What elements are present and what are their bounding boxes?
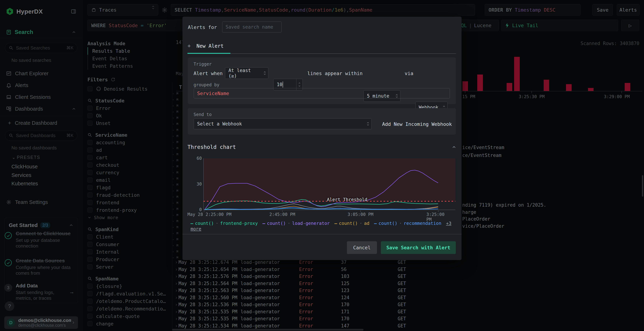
send-to-section: Send to Select a Webhook Add New Incomin… (188, 108, 456, 135)
footer-divider (182, 234, 462, 234)
alert-when-label: Alert when (194, 71, 223, 76)
threshold-chart-title: Threshold chart (188, 144, 236, 150)
modal-title: Alerts for (188, 24, 217, 30)
saved-search-name-placeholder: Saved search name (226, 24, 273, 30)
y-tick-0: 0 (193, 207, 202, 212)
text-cursor (283, 81, 283, 88)
alert-threshold-label: Alert Threshold (327, 197, 367, 202)
grouped-by-label: grouped by (194, 82, 220, 87)
send-to-label: Send to (194, 112, 212, 117)
add-new-webhook-link[interactable]: Add New Incoming Webhook (382, 121, 452, 127)
chevron-down-icon[interactable] (298, 85, 300, 87)
chart-series-line (204, 170, 438, 210)
tab-new-alert[interactable]: + New Alert (188, 43, 224, 49)
chart-legend: —count()·frontend-proxy—count()·load-gen… (190, 220, 455, 231)
legend-item[interactable]: —count()·frontend-proxy (190, 221, 258, 226)
webhook-select[interactable]: Select a Webhook (194, 118, 372, 129)
chevron-up-icon (452, 145, 456, 150)
chevron-up-icon[interactable] (298, 82, 300, 84)
updown-chevron-icon (367, 122, 369, 126)
grouped-by-input[interactable]: ServiceName (194, 88, 450, 98)
x-axis-label: 3:25:00 PM (426, 212, 450, 222)
updown-chevron-icon (264, 71, 266, 75)
lines-within-label: lines appear within (307, 71, 362, 76)
collapse-chart-button[interactable] (452, 145, 456, 151)
threshold-chart-plot: Alert Threshold (204, 158, 455, 210)
x-axis-label: May 28 2:25:00 PM (188, 212, 232, 217)
x-axis-label: 3:05:00 PM (348, 212, 374, 217)
alert-modal: Alerts for Saved search name + New Alert… (182, 17, 462, 260)
via-label: via (405, 71, 414, 76)
saved-search-name-input[interactable]: Saved search name (222, 21, 282, 32)
save-search-with-alert-button[interactable]: Save Search with Alert (381, 241, 456, 254)
threshold-chart-series (204, 158, 455, 210)
legend-item[interactable]: —count()·ad (334, 221, 370, 226)
y-tick-60: 60 (193, 156, 202, 161)
x-axis-label: 2:45:00 PM (270, 212, 295, 217)
cancel-button[interactable]: Cancel (347, 241, 377, 254)
y-tick-30: 30 (193, 182, 202, 187)
hyperdx-app: HyperDX Search Saved Searches ⌘K (0, 0, 644, 331)
trigger-section: Trigger Alert when At least (≥) 10 lines… (188, 57, 456, 104)
trigger-label: Trigger (194, 62, 212, 67)
legend-item[interactable]: —count()·load-generator (262, 221, 330, 226)
comparator-select[interactable]: At least (≥) (225, 67, 268, 79)
plus-icon: + (188, 43, 191, 49)
active-tab-underline (188, 53, 230, 54)
